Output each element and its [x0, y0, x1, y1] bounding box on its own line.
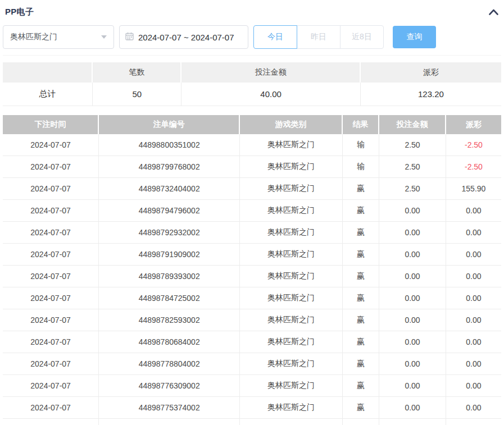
- quick-date-button-group: 今日 昨日 近8日: [253, 25, 384, 49]
- cell-bet-amount: 2.50: [379, 156, 446, 177]
- cell-game-category: 奥林匹斯之门: [240, 331, 343, 353]
- records-header-payout: 派彩: [446, 115, 501, 134]
- cell-bet-amount: 2.50: [379, 134, 446, 156]
- cell-order-no: 44898782593002: [99, 309, 240, 331]
- cell-result: 赢: [343, 178, 379, 199]
- cell-order-no: 44898800351002: [99, 134, 240, 156]
- filter-bar: 奥林匹斯之门 2024-07-07 ~ 2024-07-07 今日 昨日 近8日…: [3, 25, 501, 56]
- records-body: 2024-07-0744898800351002奥林匹斯之门输2.50-2.50…: [3, 134, 501, 425]
- cell-bet-time: 2024-07-07: [3, 156, 99, 177]
- table-row: 2024-07-0744898789393002奥林匹斯之门赢0.000.00: [3, 266, 501, 287]
- table-row: 2024-07-0744898772878002奥林匹斯之门赢0.000.00: [3, 419, 501, 425]
- summary-total-label: 总计: [3, 83, 93, 106]
- cell-bet-time: 2024-07-07: [3, 397, 99, 418]
- game-select-value: 奥林匹斯之门: [10, 32, 57, 42]
- table-row: 2024-07-0744898782593002奥林匹斯之门赢0.000.00: [3, 309, 501, 331]
- collapse-panel-button[interactable]: [488, 7, 499, 18]
- cell-game-category: 奥林匹斯之门: [240, 419, 343, 425]
- table-row: 2024-07-0744898784725002奥林匹斯之门赢0.000.00: [3, 287, 501, 309]
- cell-bet-amount: 0.00: [379, 397, 446, 418]
- cell-bet-amount: 2.50: [379, 178, 446, 199]
- table-row: 2024-07-0744898799768002奥林匹斯之门输2.50-2.50: [3, 156, 501, 178]
- cell-bet-amount: 0.00: [379, 287, 446, 309]
- cell-game-category: 奥林匹斯之门: [240, 309, 343, 331]
- cell-payout: 0.00: [446, 331, 501, 353]
- cell-game-category: 奥林匹斯之门: [240, 200, 343, 221]
- records-header-bet-amount: 投注金额: [379, 115, 446, 134]
- cell-order-no: 44898784725002: [99, 287, 240, 309]
- cell-game-category: 奥林匹斯之门: [240, 266, 343, 287]
- cell-game-category: 奥林匹斯之门: [240, 375, 343, 396]
- cell-bet-amount: 0.00: [379, 309, 446, 331]
- cell-order-no: 44898799768002: [99, 156, 240, 177]
- cell-game-category: 奥林匹斯之门: [240, 222, 343, 243]
- cell-order-no: 44898776309002: [99, 375, 240, 396]
- records-table: 下注时间 注单编号 游戏类别 结果 投注金额 派彩 2024-07-074489…: [3, 115, 501, 425]
- cell-bet-time: 2024-07-07: [3, 375, 99, 396]
- cell-result: 赢: [343, 375, 379, 396]
- cell-payout: -2.50: [446, 134, 501, 156]
- panel-header: PP电子: [3, 0, 501, 17]
- date-range-value: 2024-07-07 ~ 2024-07-07: [138, 33, 234, 42]
- cell-game-category: 奥林匹斯之门: [240, 178, 343, 199]
- cell-result: 赢: [343, 244, 379, 265]
- cell-bet-amount: 0.00: [379, 244, 446, 265]
- cell-result: 赢: [343, 309, 379, 331]
- yesterday-button[interactable]: 昨日: [297, 25, 340, 49]
- summary-total-payout: 123.20: [361, 83, 501, 106]
- table-row: 2024-07-0744898794796002奥林匹斯之门赢0.000.00: [3, 200, 501, 222]
- cell-payout: 0.00: [446, 419, 501, 425]
- summary-header-empty: [3, 62, 93, 83]
- cell-order-no: 44898778804002: [99, 353, 240, 374]
- cell-order-no: 44898772878002: [99, 419, 240, 425]
- calendar-icon: [125, 32, 134, 43]
- cell-result: 赢: [343, 353, 379, 374]
- records-header-bet-time: 下注时间: [3, 115, 99, 134]
- summary-header-row: 笔数 投注金额 派彩: [3, 62, 501, 83]
- last-8-days-button[interactable]: 近8日: [340, 25, 384, 49]
- date-range-input[interactable]: 2024-07-07 ~ 2024-07-07: [119, 25, 248, 49]
- records-header-game-category: 游戏类别: [240, 115, 343, 134]
- cell-result: 赢: [343, 287, 379, 309]
- pp-electronic-panel: PP电子 奥林匹斯之门 2024-07-07 ~ 2024-07-07 今日 昨…: [0, 0, 504, 425]
- cell-bet-amount: 0.00: [379, 266, 446, 287]
- table-row: 2024-07-0744898778804002奥林匹斯之门赢0.000.00: [3, 353, 501, 375]
- cell-bet-time: 2024-07-07: [3, 244, 99, 265]
- cell-order-no: 44898792932002: [99, 222, 240, 243]
- table-row: 2024-07-0744898776309002奥林匹斯之门赢0.000.00: [3, 375, 501, 397]
- cell-payout: 0.00: [446, 287, 501, 309]
- summary-total-bet-amount: 40.00: [181, 83, 360, 106]
- cell-bet-time: 2024-07-07: [3, 178, 99, 199]
- cell-game-category: 奥林匹斯之门: [240, 134, 343, 156]
- records-header-result: 结果: [343, 115, 379, 134]
- cell-bet-amount: 0.00: [379, 419, 446, 425]
- chevron-up-icon: [489, 7, 498, 17]
- table-row: 2024-07-0744898791909002奥林匹斯之门赢0.000.00: [3, 244, 501, 266]
- cell-payout: 0.00: [446, 244, 501, 265]
- search-button[interactable]: 查询: [393, 26, 436, 48]
- cell-order-no: 44898789393002: [99, 266, 240, 287]
- cell-bet-amount: 0.00: [379, 331, 446, 353]
- cell-order-no: 44898780684002: [99, 331, 240, 353]
- cell-payout: 0.00: [446, 222, 501, 243]
- table-row: 2024-07-0744898800351002奥林匹斯之门输2.50-2.50: [3, 134, 501, 156]
- cell-result: 赢: [343, 266, 379, 287]
- cell-payout: 0.00: [446, 397, 501, 418]
- cell-payout: 0.00: [446, 200, 501, 221]
- cell-game-category: 奥林匹斯之门: [240, 287, 343, 309]
- cell-bet-amount: 0.00: [379, 200, 446, 221]
- records-header-order-no: 注单编号: [99, 115, 240, 134]
- records-header-row: 下注时间 注单编号 游戏类别 结果 投注金额 派彩: [3, 115, 501, 134]
- today-button[interactable]: 今日: [253, 25, 297, 49]
- cell-payout: 0.00: [446, 266, 501, 287]
- cell-result: 赢: [343, 419, 379, 425]
- summary-header-count: 笔数: [93, 62, 181, 83]
- cell-result: 输: [343, 134, 379, 156]
- chevron-down-icon: [101, 35, 107, 39]
- game-select[interactable]: 奥林匹斯之门: [3, 25, 114, 49]
- summary-total-row: 总计 50 40.00 123.20: [3, 83, 501, 106]
- cell-payout: 0.00: [446, 353, 501, 374]
- cell-result: 赢: [343, 397, 379, 418]
- cell-bet-time: 2024-07-07: [3, 309, 99, 331]
- cell-bet-time: 2024-07-07: [3, 200, 99, 221]
